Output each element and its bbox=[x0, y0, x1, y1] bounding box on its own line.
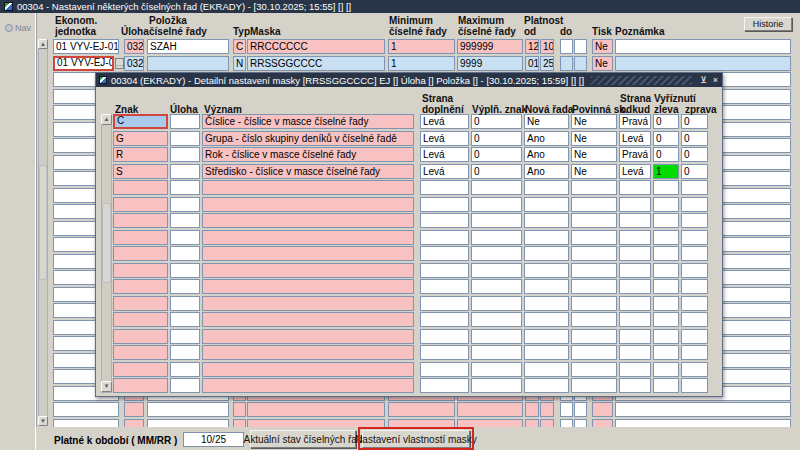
cell-min[interactable] bbox=[388, 402, 455, 417]
dock-icon[interactable]: ⊻ bbox=[699, 74, 708, 86]
dlg-cell-vypln[interactable]: 0 bbox=[471, 164, 522, 179]
cell-ekonom[interactable]: 01 VYV-EJ-01 bbox=[53, 39, 119, 54]
dlg-cell-vypln[interactable] bbox=[471, 296, 522, 311]
dlg-cell-znak[interactable] bbox=[113, 180, 168, 195]
dlg-cell-znak[interactable] bbox=[113, 296, 168, 311]
dlg-cell-pov[interactable] bbox=[571, 246, 617, 261]
nav-toggle[interactable]: Nav bbox=[5, 23, 31, 33]
dialog-scroll-down-icon[interactable]: ▼ bbox=[101, 381, 112, 392]
dlg-cell-pov[interactable] bbox=[571, 213, 617, 228]
dialog-scroll-up-icon[interactable]: ▲ bbox=[101, 114, 112, 125]
dlg-cell-vypln[interactable] bbox=[471, 312, 522, 327]
cell-od1[interactable] bbox=[525, 402, 539, 417]
cell-ekonom[interactable]: 01 VYV-EJ-01 bbox=[53, 56, 114, 71]
dlg-cell-odkud[interactable] bbox=[619, 362, 651, 377]
dlg-cell-znak[interactable] bbox=[113, 246, 168, 261]
dlg-cell-dop[interactable] bbox=[420, 362, 469, 377]
dlg-cell-vypln[interactable] bbox=[471, 329, 522, 344]
scroll-down-icon[interactable]: ▼ bbox=[38, 416, 48, 426]
dlg-cell-vyznam[interactable] bbox=[202, 345, 414, 360]
dlg-cell-odkud[interactable] bbox=[619, 180, 651, 195]
dlg-cell-nova[interactable] bbox=[524, 263, 569, 278]
dlg-cell-zleva[interactable] bbox=[653, 263, 679, 278]
dlg-cell-pov[interactable] bbox=[571, 296, 617, 311]
dlg-cell-vypln[interactable]: 0 bbox=[471, 147, 522, 162]
dlg-cell-znak[interactable] bbox=[113, 213, 168, 228]
dlg-cell-pov[interactable] bbox=[571, 362, 617, 377]
dlg-cell-znak[interactable] bbox=[113, 230, 168, 245]
dlg-cell-znak[interactable]: C bbox=[113, 114, 168, 129]
dlg-cell-nova[interactable] bbox=[524, 378, 569, 393]
cell-polozka[interactable]: SZAH bbox=[147, 39, 229, 54]
dlg-cell-uloha[interactable] bbox=[170, 329, 200, 344]
cell-min[interactable]: 1 bbox=[388, 56, 455, 71]
dlg-cell-pov[interactable] bbox=[571, 263, 617, 278]
dlg-cell-vyznam[interactable] bbox=[202, 246, 414, 261]
dlg-cell-znak[interactable] bbox=[113, 263, 168, 278]
cell-do2[interactable] bbox=[574, 402, 587, 417]
dlg-cell-uloha[interactable] bbox=[170, 362, 200, 377]
dlg-cell-odkud[interactable] bbox=[619, 345, 651, 360]
cell-polozka[interactable] bbox=[147, 56, 229, 71]
dlg-cell-odkud[interactable] bbox=[619, 197, 651, 212]
dlg-cell-uloha[interactable] bbox=[170, 180, 200, 195]
dlg-cell-pov[interactable] bbox=[571, 279, 617, 294]
dlg-cell-dop[interactable]: Levá bbox=[420, 131, 469, 146]
dlg-cell-nova[interactable] bbox=[524, 329, 569, 344]
dlg-cell-zprava[interactable] bbox=[681, 180, 708, 195]
dlg-cell-zprava[interactable] bbox=[681, 279, 708, 294]
dlg-cell-nova[interactable] bbox=[524, 180, 569, 195]
current-state-button[interactable]: Aktuální stav číselných řad bbox=[250, 430, 356, 448]
dlg-cell-nova[interactable] bbox=[524, 197, 569, 212]
dlg-cell-zleva[interactable] bbox=[653, 362, 679, 377]
dlg-cell-zprava[interactable] bbox=[681, 230, 708, 245]
dlg-cell-vypln[interactable] bbox=[471, 378, 522, 393]
dlg-cell-zprava[interactable]: 0 bbox=[681, 164, 708, 179]
dlg-cell-zleva[interactable] bbox=[653, 197, 679, 212]
dlg-cell-vyznam[interactable] bbox=[202, 197, 414, 212]
nav-sidebar[interactable]: Nav bbox=[0, 13, 37, 450]
dlg-cell-uloha[interactable] bbox=[170, 246, 200, 261]
dlg-cell-zleva[interactable] bbox=[653, 312, 679, 327]
cell-pozn[interactable] bbox=[615, 56, 791, 71]
dlg-cell-uloha[interactable] bbox=[170, 131, 200, 146]
cell-max[interactable] bbox=[457, 402, 523, 417]
dlg-cell-zleva[interactable]: 0 bbox=[653, 147, 679, 162]
cell-do2[interactable] bbox=[574, 56, 587, 71]
dlg-cell-vyznam[interactable] bbox=[202, 213, 414, 228]
dlg-cell-znak[interactable] bbox=[113, 329, 168, 344]
dlg-cell-pov[interactable] bbox=[571, 345, 617, 360]
dlg-cell-uloha[interactable] bbox=[170, 164, 200, 179]
historie-button[interactable]: Historie bbox=[744, 17, 792, 31]
close-icon[interactable]: × bbox=[712, 74, 719, 86]
dlg-cell-vyznam[interactable] bbox=[202, 362, 414, 377]
dlg-cell-zleva[interactable]: 0 bbox=[653, 114, 679, 129]
cell-uloha[interactable]: 032 bbox=[124, 39, 144, 54]
dlg-cell-zprava[interactable] bbox=[681, 197, 708, 212]
dlg-cell-odkud[interactable]: Pravá bbox=[619, 147, 651, 162]
dlg-cell-nova[interactable] bbox=[524, 246, 569, 261]
dlg-cell-vyznam[interactable] bbox=[202, 180, 414, 195]
dlg-cell-nova[interactable] bbox=[524, 230, 569, 245]
dlg-cell-odkud[interactable] bbox=[619, 279, 651, 294]
dlg-cell-dop[interactable] bbox=[420, 279, 469, 294]
cell-maska[interactable]: RRCCCCCC bbox=[247, 39, 385, 54]
dlg-cell-pov[interactable]: Ne bbox=[571, 131, 617, 146]
dlg-cell-nova[interactable] bbox=[524, 312, 569, 327]
cell-do2[interactable] bbox=[574, 39, 587, 54]
dlg-cell-uloha[interactable] bbox=[170, 378, 200, 393]
dlg-cell-uloha[interactable] bbox=[170, 279, 200, 294]
dlg-cell-dop[interactable] bbox=[420, 296, 469, 311]
dlg-cell-nova[interactable]: Ano bbox=[524, 164, 569, 179]
cell-od1[interactable]: 12 bbox=[525, 39, 539, 54]
dlg-cell-zprava[interactable] bbox=[681, 362, 708, 377]
cell-od2[interactable] bbox=[540, 402, 554, 417]
dlg-cell-uloha[interactable] bbox=[170, 312, 200, 327]
dlg-cell-odkud[interactable] bbox=[619, 263, 651, 278]
cell-maska[interactable] bbox=[247, 402, 385, 417]
dlg-cell-zleva[interactable] bbox=[653, 345, 679, 360]
cell-od2[interactable]: 10 bbox=[540, 39, 554, 54]
dlg-cell-zleva[interactable] bbox=[653, 230, 679, 245]
dlg-cell-nova[interactable]: Ne bbox=[524, 114, 569, 129]
cell-tisk[interactable] bbox=[592, 402, 613, 417]
